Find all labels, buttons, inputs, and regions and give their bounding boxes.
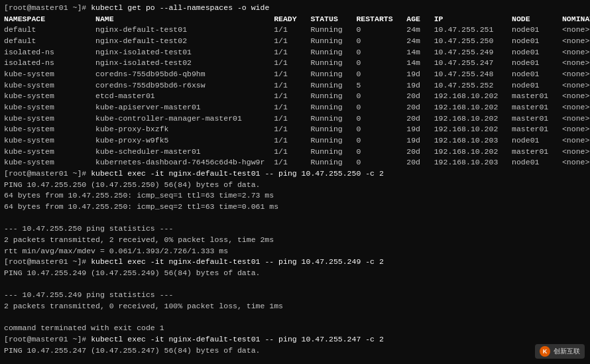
terminal-line: [root@master01 ~]# kubectl exec -it ngin… [4,168,586,180]
terminal-line: NAMESPACE NAME READY STATUS RESTARTS AGE… [4,14,586,25]
terminal-line: kube-system kube-controller-manager-mast… [4,113,586,125]
terminal-line: 2 packets transmitted, 0 received, 100% … [4,301,586,312]
terminal-line: [root@master01 ~]# kubectl get po --all-… [4,3,586,14]
terminal-line: kube-system kube-proxy-bxzfk 1/1 Running… [4,124,586,135]
terminal-line: isolated-ns nginx-isolated-test01 1/1 Ru… [4,47,586,58]
terminal-line: kube-system etcd-master01 1/1 Running 0 … [4,91,586,102]
terminal-line [4,213,586,224]
terminal-line: PING 10.47.255.247 (10.47.255.247) 56(84… [4,345,586,357]
terminal: [root@master01 ~]# kubectl get po --all-… [0,0,590,364]
terminal-line: --- 10.47.255.249 ping statistics --- [4,290,586,301]
terminal-line: kube-system kube-scheduler-master01 1/1 … [4,147,586,158]
terminal-line: default nginx-default-test01 1/1 Running… [4,25,586,36]
terminal-line: isolated-ns nginx-isolated-test02 1/1 Ru… [4,58,586,69]
terminal-line: [root@master01 ~]# kubectl exec -it ngin… [4,334,586,345]
terminal-line: kube-system kube-proxy-w9fk5 1/1 Running… [4,135,586,147]
terminal-line [4,279,586,290]
watermark-text: 创新互联 [554,347,580,356]
terminal-line: kube-system coredns-755db95bd6-r6xsw 1/1… [4,80,586,91]
terminal-line: PING 10.47.255.249 (10.47.255.249) 56(84… [4,268,586,279]
terminal-line: 64 bytes from 10.47.255.250: icmp_seq=2 … [4,202,586,213]
watermark: K 创新互联 [535,344,585,359]
terminal-line [4,312,586,324]
terminal-line: kube-system kubernetes-dashboard-76456c6… [4,157,586,168]
terminal-line: PING 10.47.255.250 (10.47.255.250) 56(84… [4,180,586,191]
terminal-line: default nginx-default-test02 1/1 Running… [4,36,586,47]
terminal-line [4,357,586,365]
terminal-line: kube-system coredns-755db95bd6-qb9hm 1/1… [4,69,586,80]
watermark-logo: K [540,346,550,357]
terminal-line: 2 packets transmitted, 2 received, 0% pa… [4,235,586,246]
terminal-line: --- 10.47.255.250 ping statistics --- [4,223,586,235]
terminal-line: kube-system kube-apiserver-master01 1/1 … [4,102,586,113]
terminal-line: command terminated with exit code 1 [4,323,586,334]
terminal-line: [root@master01 ~]# kubectl exec -it ngin… [4,257,586,268]
terminal-line: rtt min/avg/max/mdev = 0.061/1.393/2.726… [4,246,586,257]
terminal-line: 64 bytes from 10.47.255.250: icmp_seq=1 … [4,190,586,202]
